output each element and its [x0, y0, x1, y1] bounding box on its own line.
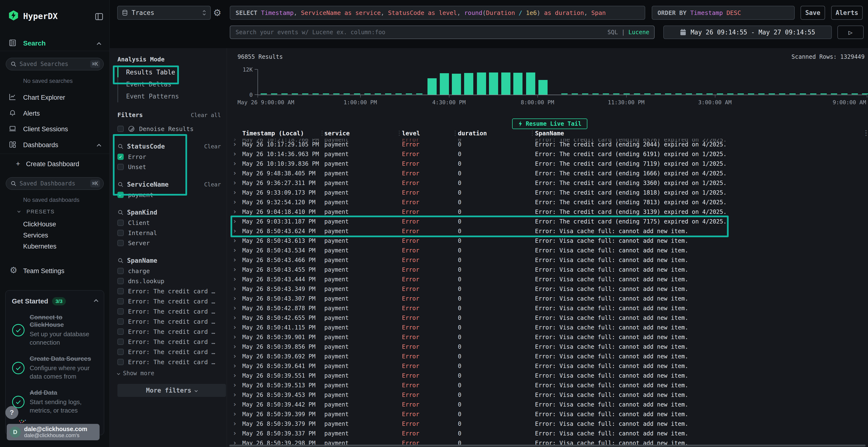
- presets-label[interactable]: PRESETS: [27, 209, 55, 215]
- table-row[interactable]: ›May 26 8:50:43.455 PMpaymentError0Error…: [227, 265, 868, 275]
- row-expand-icon[interactable]: ›: [233, 140, 237, 148]
- filter-option-error-the-credit-card-[interactable]: Error: The credit card …: [117, 347, 224, 357]
- table-row[interactable]: ›May 26 8:50:43.624 PMpaymentError0Error…: [227, 227, 868, 236]
- column-handle-icon[interactable]: ⋮: [452, 129, 458, 137]
- clear-filter-button[interactable]: Clear: [204, 181, 221, 187]
- order-by-editor[interactable]: ORDER BY Timestamp DESC: [652, 6, 795, 20]
- row-expand-icon[interactable]: ›: [233, 352, 237, 360]
- row-expand-icon[interactable]: ›: [233, 429, 237, 437]
- sidebar-item-dashboards[interactable]: Dashboards: [23, 141, 58, 149]
- histogram-bar[interactable]: [526, 72, 535, 95]
- dashboards-collapse-chevron-icon[interactable]: [97, 144, 101, 148]
- collapse-sidebar-icon[interactable]: [95, 13, 103, 20]
- row-expand-icon[interactable]: ›: [233, 198, 237, 206]
- preset-kubernetes[interactable]: Kubernetes: [23, 243, 56, 250]
- filter-option-error-the-credit-card-[interactable]: Error: The credit card …: [117, 296, 224, 306]
- table-row[interactable]: ›May 26 8:50:39.641 PMpaymentError0Error…: [227, 361, 868, 371]
- row-expand-icon[interactable]: ›: [233, 208, 237, 215]
- resume-live-tail-button[interactable]: Resume Live Tail: [512, 118, 587, 129]
- filter-option-client[interactable]: Client: [117, 218, 224, 228]
- sidebar-item-client-sessions[interactable]: Client Sessions: [23, 126, 68, 133]
- histogram-bar[interactable]: [440, 73, 449, 95]
- table-row[interactable]: ›May 26 8:50:43.444 PMpaymentError0Error…: [227, 275, 868, 284]
- col-spanname[interactable]: SpanName: [535, 130, 564, 137]
- source-select[interactable]: Traces: [117, 6, 211, 20]
- checkbox[interactable]: [117, 329, 124, 335]
- table-row[interactable]: ›May 26 9:32:54.120 PMpaymentError0Error…: [227, 198, 868, 207]
- row-expand-icon[interactable]: ›: [233, 169, 237, 177]
- column-settings-icon[interactable]: ⋮: [863, 129, 868, 137]
- filter-option-internal[interactable]: Internal: [117, 228, 224, 238]
- denoise-results-toggle[interactable]: Denoise Results: [117, 124, 224, 134]
- more-filters-button[interactable]: More filters: [117, 384, 226, 397]
- row-expand-icon[interactable]: ›: [233, 227, 237, 235]
- save-button[interactable]: Save: [801, 6, 825, 20]
- source-settings-gear-icon[interactable]: ⚙: [213, 8, 221, 18]
- row-expand-icon[interactable]: ›: [233, 371, 237, 379]
- get-started-item[interactable]: Add Data Start sending logs, metrics, or…: [12, 389, 98, 415]
- saved-dashboards-input[interactable]: Saved Dashboards ⌘K: [6, 177, 104, 190]
- filter-option-error-the-credit-card-[interactable]: Error: The credit card …: [117, 337, 224, 347]
- horizontal-scrollbar[interactable]: [229, 445, 866, 447]
- sidebar-item-team-settings[interactable]: Team Settings: [23, 267, 64, 275]
- row-expand-icon[interactable]: ›: [233, 265, 237, 273]
- show-more-button[interactable]: Show more: [117, 370, 224, 377]
- table-row[interactable]: ›May 26 8:50:39.692 PMpaymentError0Error…: [227, 352, 868, 361]
- row-expand-icon[interactable]: ›: [233, 275, 237, 283]
- table-row[interactable]: ›May 26 10:17:29.105 PMpaymentError0Erro…: [227, 140, 868, 149]
- row-expand-icon[interactable]: ›: [233, 419, 237, 427]
- histogram-bar[interactable]: [538, 80, 548, 95]
- create-dashboard-button[interactable]: Create Dashboard: [26, 161, 79, 168]
- filter-option-payment[interactable]: ✓payment: [117, 190, 224, 200]
- filter-option-error-the-credit-card-[interactable]: Error: The credit card …: [117, 357, 224, 367]
- checkbox[interactable]: ✓: [117, 153, 124, 160]
- checkbox[interactable]: [117, 288, 124, 294]
- checkbox[interactable]: [117, 318, 124, 325]
- row-expand-icon[interactable]: ›: [233, 237, 237, 244]
- preset-services[interactable]: Services: [23, 232, 48, 239]
- table-row[interactable]: ›May 26 9:48:38.405 PMpaymentError0Error…: [227, 169, 868, 178]
- row-expand-icon[interactable]: ›: [233, 342, 237, 350]
- row-expand-icon[interactable]: ›: [233, 323, 237, 331]
- checkbox[interactable]: [117, 339, 124, 345]
- row-expand-icon[interactable]: ›: [233, 362, 237, 370]
- row-expand-icon[interactable]: ›: [233, 391, 237, 399]
- row-expand-icon[interactable]: ›: [233, 400, 237, 408]
- table-row[interactable]: ›May 26 8:50:39.399 PMpaymentError0Error…: [227, 409, 868, 419]
- table-row[interactable]: ›May 26 8:50:39.901 PMpaymentError0Error…: [227, 332, 868, 342]
- query-language-toggle[interactable]: SQL | Lucene: [608, 29, 649, 36]
- row-expand-icon[interactable]: ›: [233, 410, 237, 418]
- filter-option-unset[interactable]: Unset: [117, 162, 224, 172]
- table-row[interactable]: ›May 26 8:50:42.655 PMpaymentError0Error…: [227, 313, 868, 323]
- checkbox[interactable]: [117, 278, 124, 284]
- row-expand-icon[interactable]: ›: [233, 381, 237, 389]
- get-started-item[interactable]: Connect to ClickHouse Set up your databa…: [12, 314, 98, 347]
- table-row[interactable]: ›May 26 10:10:39.836 PMpaymentError0Erro…: [227, 159, 868, 169]
- table-row[interactable]: ›May 26 9:03:31.187 PMpaymentError0Error…: [227, 217, 868, 227]
- table-row[interactable]: ›May 26 8:50:43.613 PMpaymentError0Error…: [227, 236, 868, 246]
- table-row[interactable]: ›May 26 8:50:43.534 PMpaymentError0Error…: [227, 246, 868, 255]
- histogram-bar[interactable]: [464, 73, 473, 95]
- table-row[interactable]: ›May 26 8:50:41.115 PMpaymentError0Error…: [227, 323, 868, 332]
- user-menu[interactable]: D dale@clickhouse.com dale@clickhouse.co…: [7, 424, 100, 440]
- row-expand-icon[interactable]: ›: [233, 333, 237, 341]
- checkbox[interactable]: [117, 268, 124, 274]
- results-histogram[interactable]: 12K 0 May 26 9:00:00 AM1:00:00 PM4:30:00…: [227, 48, 868, 108]
- row-expand-icon[interactable]: ›: [233, 256, 237, 264]
- table-row[interactable]: ›May 26 8:50:39.442 PMpaymentError0Error…: [227, 400, 868, 409]
- saved-searches-input[interactable]: Saved Searches ⌘K: [6, 58, 104, 70]
- checkbox[interactable]: [117, 220, 124, 226]
- table-row[interactable]: ›May 26 8:50:39.856 PMpaymentError0Error…: [227, 342, 868, 352]
- histogram-bar[interactable]: [513, 73, 523, 95]
- sidebar-item-search[interactable]: Search: [23, 39, 45, 47]
- row-expand-icon[interactable]: ›: [233, 314, 237, 321]
- table-row[interactable]: ›May 26 9:04:18.410 PMpaymentError0Error…: [227, 207, 868, 217]
- table-row[interactable]: ›May 26 8:50:43.349 PMpaymentError0Error…: [227, 284, 868, 294]
- table-row[interactable]: ›May 26 8:50:39.453 PMpaymentError0Error…: [227, 390, 868, 400]
- mode-lucene[interactable]: Lucene: [628, 29, 649, 36]
- checkbox[interactable]: [117, 308, 124, 314]
- row-expand-icon[interactable]: ›: [233, 217, 237, 225]
- row-expand-icon[interactable]: ›: [233, 150, 237, 158]
- denoise-checkbox[interactable]: [117, 126, 124, 132]
- filter-option-error-the-credit-card-[interactable]: Error: The credit card …: [117, 306, 224, 316]
